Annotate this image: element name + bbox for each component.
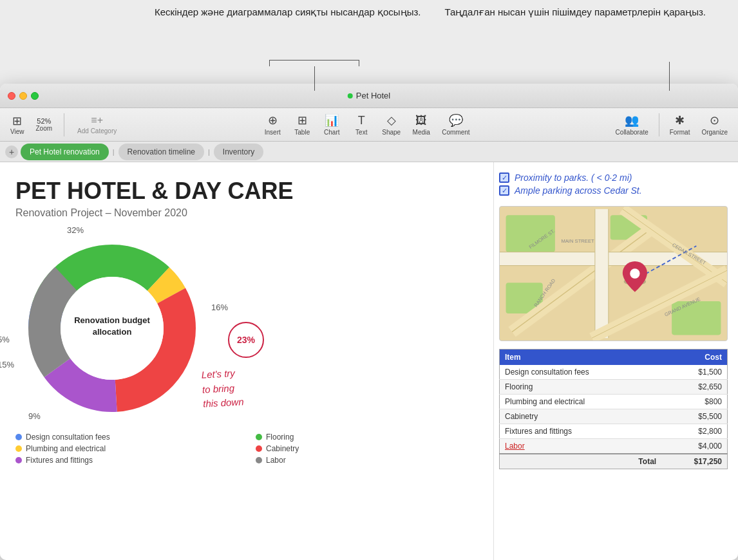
- legend-item-labor: Labor: [256, 456, 480, 465]
- slide-subtitle: Renovation Project – November 2020: [15, 207, 480, 219]
- pct-9-label: 9%: [28, 411, 41, 421]
- handwritten-note: Let's tryto bringthis down: [201, 366, 244, 411]
- toolbar-left-group: ⊞ View 52% Zoom: [5, 111, 57, 138]
- window-title: Pet Hotel: [348, 91, 390, 100]
- toolbar-right-group: 👥 Collaborate ✱ Format ⊙ Organize: [610, 111, 733, 138]
- svg-text:Renovation budget: Renovation budget: [74, 315, 150, 325]
- col-header-cost: Cost: [661, 350, 727, 366]
- legend-dot-design: [15, 434, 22, 440]
- title-bar: Pet Hotel: [0, 84, 738, 108]
- annotation-left: Кескіндер және диаграммалар сияқты нысан…: [155, 5, 421, 20]
- table-cell-item-1: Flooring: [500, 380, 662, 395]
- fullscreen-button[interactable]: [31, 92, 39, 100]
- checkbox-1[interactable]: ✓: [499, 185, 509, 196]
- document-color-dot: [348, 93, 353, 98]
- map-container: FILMORE ST. MAIN STREET CEDAR STREET RAN…: [499, 206, 728, 341]
- main-window: Pet Hotel ⊞ View 52% Zoom ≡+ Add Categor…: [0, 84, 738, 560]
- legend-dot-fixtures: [15, 457, 22, 463]
- pct-5-label: 5%: [0, 335, 10, 344]
- table-total-label: Total: [500, 454, 662, 469]
- table-cell-cost-2: $800: [661, 395, 727, 409]
- table-cell-item-4: Fixtures and fittings: [500, 424, 662, 439]
- comment-button[interactable]: 💬 Comment: [437, 111, 475, 138]
- table-row: Fixtures and fittings $2,800: [500, 424, 728, 439]
- table-cell-cost-0: $1,500: [661, 365, 727, 380]
- checkbox-0[interactable]: ✓: [499, 173, 509, 183]
- circle-annotation: 23%: [228, 322, 264, 358]
- tabs-bar: + Pet Hotel renovation | Renovation time…: [0, 142, 738, 162]
- media-button[interactable]: 🖼 Media: [407, 111, 435, 138]
- legend-dot-cabinetry: [256, 445, 262, 452]
- slide-area: PET HOTEL & DAY CARE Renovation Project …: [0, 162, 493, 560]
- tab-renovation-timeline[interactable]: Renovation timeline: [118, 144, 204, 160]
- svg-rect-20: [595, 209, 609, 338]
- zoom-button[interactable]: 52% Zoom: [31, 115, 58, 135]
- table-cell-cost-3: $5,500: [661, 409, 727, 424]
- pct-16-label: 16%: [211, 303, 228, 312]
- checklist: ✓ Proximity to parks. ( < 0·2 mi) ✓ Ampl…: [499, 173, 728, 196]
- chart-legend: Design consultation fees Flooring Plumbi…: [15, 433, 480, 465]
- minimize-button[interactable]: [19, 92, 27, 100]
- organize-button[interactable]: ⊙ Organize: [696, 111, 733, 138]
- annotation-bracket-left: [269, 60, 359, 66]
- budget-table: Item Cost Design consultation fees $1,50…: [499, 349, 728, 469]
- insert-button[interactable]: ⊕ Insert: [258, 111, 287, 138]
- add-tab-button[interactable]: +: [5, 145, 18, 158]
- format-button[interactable]: ✱ Format: [665, 111, 695, 138]
- table-cell-cost-4: $2,800: [661, 424, 727, 439]
- map-svg: FILMORE ST. MAIN STREET CEDAR STREET RAN…: [500, 207, 727, 341]
- table-button[interactable]: ⊞ Table: [288, 111, 316, 138]
- legend-item-plumbing: Plumbing and electrical: [15, 444, 240, 453]
- svg-text:MAIN STREET: MAIN STREET: [561, 238, 594, 244]
- toolbar: ⊞ View 52% Zoom ≡+ Add Category ⊕ Insert…: [0, 108, 738, 142]
- chart-button[interactable]: 📊 Chart: [317, 111, 346, 138]
- svg-point-29: [630, 268, 639, 278]
- toolbar-separator-2: [659, 113, 659, 136]
- tab-pet-hotel-renovation[interactable]: Pet Hotel renovation: [21, 144, 109, 160]
- handwritten-area: 23% Let's tryto bringthis down: [183, 360, 243, 411]
- table-total-row: Total $17,250: [500, 454, 728, 469]
- table-cell-item-2: Plumbing and electrical: [500, 395, 662, 409]
- legend-dot-labor: [256, 457, 262, 463]
- donut-chart: Renovation budget allocation: [15, 232, 209, 425]
- legend-item-flooring: Flooring: [256, 433, 480, 442]
- legend-dot-plumbing: [15, 445, 22, 452]
- check-item-0: ✓ Proximity to parks. ( < 0·2 mi): [499, 173, 728, 183]
- table-row: Design consultation fees $1,500: [500, 365, 728, 380]
- table-row: Labor $4,000: [500, 439, 728, 454]
- table-row: Flooring $2,650: [500, 380, 728, 395]
- slide-title: PET HOTEL & DAY CARE: [15, 178, 480, 205]
- legend-item-design: Design consultation fees: [15, 433, 240, 442]
- add-category-button[interactable]: ≡+ Add Category: [71, 112, 123, 137]
- legend-item-cabinetry: Cabinetry: [256, 444, 480, 453]
- donut-wrapper: 32% 5% 15% 9%: [15, 232, 209, 427]
- traffic-lights: [8, 92, 39, 100]
- tab-inventory[interactable]: Inventory: [214, 144, 263, 160]
- table-cell-item-5: Labor: [500, 439, 662, 454]
- pct-32-label: 32%: [67, 225, 84, 235]
- pct-15-label: 15%: [0, 360, 14, 369]
- shape-button[interactable]: ◇ Shape: [377, 111, 406, 138]
- check-item-1: ✓ Ample parking across Cedar St.: [499, 185, 728, 196]
- text-button[interactable]: T Text: [347, 111, 375, 138]
- close-button[interactable]: [8, 92, 15, 100]
- annotation-right: Таңдалған нысан үшін пішімдеу параметрле…: [445, 5, 706, 20]
- col-header-item: Item: [500, 350, 662, 366]
- view-button[interactable]: ⊞ View: [5, 111, 30, 138]
- table-cell-cost-5: $4,000: [661, 439, 727, 454]
- table-row: Cabinetry $5,500: [500, 409, 728, 424]
- toolbar-center-group: ⊕ Insert ⊞ Table 📊 Chart T Text ◇ Shape …: [258, 111, 475, 138]
- legend-dot-flooring: [256, 434, 262, 440]
- svg-text:allocation: allocation: [93, 327, 132, 337]
- chart-section: 32% 5% 15% 9%: [15, 232, 480, 427]
- table-cell-cost-1: $2,650: [661, 380, 727, 395]
- right-panel: ✓ Proximity to parks. ( < 0·2 mi) ✓ Ampl…: [493, 162, 738, 560]
- budget-table-container: Item Cost Design consultation fees $1,50…: [499, 349, 728, 469]
- table-cell-item-3: Cabinetry: [500, 409, 662, 424]
- table-cell-item-0: Design consultation fees: [500, 365, 662, 380]
- table-total-value: $17,250: [661, 454, 727, 469]
- table-row: Plumbing and electrical $800: [500, 395, 728, 409]
- toolbar-separator-1: [64, 113, 64, 136]
- collaborate-button[interactable]: 👥 Collaborate: [610, 111, 654, 138]
- main-content: PET HOTEL & DAY CARE Renovation Project …: [0, 162, 738, 560]
